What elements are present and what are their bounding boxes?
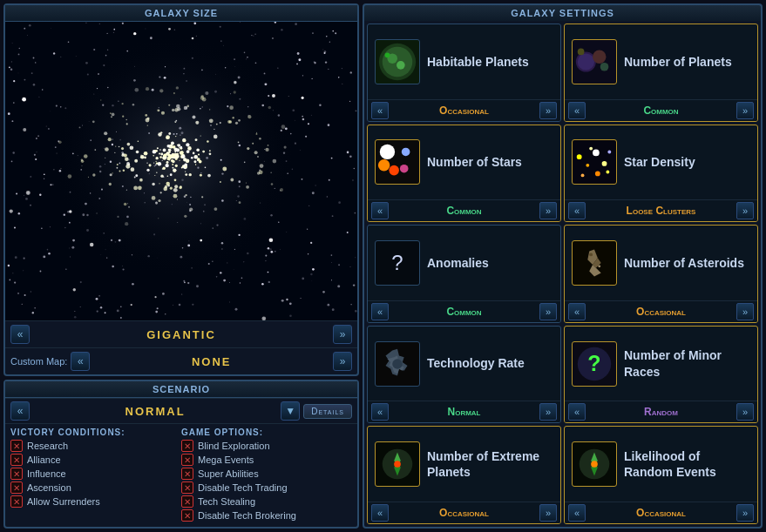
victory-alliance-label: Alliance xyxy=(27,455,61,465)
victory-alliance-checkbox[interactable]: ✕ xyxy=(10,454,23,466)
svg-point-6 xyxy=(578,53,594,70)
card-prev-number-of-stars[interactable]: « xyxy=(371,202,389,219)
card-next-anomalies[interactable]: » xyxy=(539,303,557,320)
custom-map-next[interactable]: » xyxy=(333,352,352,371)
game-blind-exploration-checkbox[interactable]: ✕ xyxy=(181,440,193,452)
card-prev-number-of-extreme-planets[interactable]: « xyxy=(371,504,389,522)
card-next-habitable-planets[interactable]: » xyxy=(539,102,557,119)
victory-influence: ✕ Influence xyxy=(10,468,181,480)
card-prev-likelihood-of-random-events[interactable]: « xyxy=(568,504,586,522)
setting-card-number-of-extreme-planets: Number of Extreme Planets « Occasional » xyxy=(367,426,561,524)
card-controls-likelihood-of-random-events: « Occasional » xyxy=(565,502,757,523)
svg-point-20 xyxy=(581,174,585,178)
card-icon-technology-rate xyxy=(375,341,420,387)
galaxy-size-panel: Galaxy Size « Gigantic » Custom Map: « N… xyxy=(3,3,359,376)
scenario-prev[interactable]: « xyxy=(10,401,30,421)
card-next-number-of-planets[interactable]: » xyxy=(736,102,754,119)
game-mega-events: ✕ Mega Events xyxy=(181,454,352,466)
card-controls-number-of-planets: « Common » xyxy=(565,99,757,121)
card-label-likelihood-of-random-events: Likelihood of Random Events xyxy=(624,448,750,480)
custom-map-label: Custom Map: xyxy=(10,356,67,367)
game-super-abilities-label: Super Abilities xyxy=(198,468,259,479)
card-label-number-of-asteroids: Number of Asteroids xyxy=(624,255,744,271)
card-next-number-of-asteroids[interactable]: » xyxy=(736,303,754,320)
card-controls-technology-rate: « Normal » xyxy=(368,401,560,422)
galaxy-size-next[interactable]: » xyxy=(333,325,352,344)
custom-map-prev[interactable]: « xyxy=(71,352,90,371)
card-prev-habitable-planets[interactable]: « xyxy=(371,102,389,119)
svg-text:?: ? xyxy=(587,350,600,374)
card-content-technology-rate: Technology Rate xyxy=(368,327,560,401)
card-prev-number-of-asteroids[interactable]: « xyxy=(568,303,586,320)
card-controls-number-of-minor-races: « Random » xyxy=(565,401,757,422)
game-tech-stealing: ✕ Tech Stealing xyxy=(181,495,352,508)
svg-point-7 xyxy=(593,50,606,63)
game-super-abilities: ✕ Super Abilities xyxy=(181,468,352,480)
scenario-details-button[interactable]: Details xyxy=(303,404,352,419)
card-controls-number-of-stars: « Common » xyxy=(368,199,560,221)
card-icon-number-of-minor-races: ? xyxy=(572,341,617,387)
scenario-title: Scenario xyxy=(5,381,357,398)
svg-point-4 xyxy=(385,52,390,57)
galaxy-size-controls: « Gigantic » xyxy=(5,320,357,347)
game-disable-tech-trading: ✕ Disable Tech Trading xyxy=(181,481,352,494)
victory-research-label: Research xyxy=(27,441,68,451)
setting-card-star-density: Star Density « Loose Clusters » xyxy=(564,125,758,223)
card-label-number-of-minor-races: Number of Minor Races xyxy=(624,347,750,379)
victory-conditions-title: Victory Conditions: xyxy=(10,428,181,437)
card-prev-anomalies[interactable]: « xyxy=(371,303,389,320)
game-mega-events-checkbox[interactable]: ✕ xyxy=(181,454,193,466)
svg-point-26 xyxy=(392,359,403,369)
card-label-star-density: Star Density xyxy=(624,154,695,170)
card-next-likelihood-of-random-events[interactable]: » xyxy=(736,504,754,522)
card-content-habitable-planets: Habitable Planets xyxy=(368,24,560,99)
card-value-number-of-stars: Common xyxy=(389,205,539,217)
victory-surrenders-checkbox[interactable]: ✕ xyxy=(10,495,23,508)
victory-influence-label: Influence xyxy=(27,468,66,479)
scenario-panel: Scenario « Normal ▼ Details Victory Cond… xyxy=(3,380,359,529)
card-prev-star-density[interactable]: « xyxy=(568,202,586,219)
card-next-number-of-minor-races[interactable]: » xyxy=(736,403,754,421)
card-next-number-of-stars[interactable]: » xyxy=(539,202,557,219)
card-value-habitable-planets: Occasional xyxy=(389,104,539,117)
game-tech-stealing-checkbox[interactable]: ✕ xyxy=(181,495,193,508)
svg-point-16 xyxy=(586,164,589,167)
svg-point-8 xyxy=(600,63,609,71)
card-prev-technology-rate[interactable]: « xyxy=(371,403,389,421)
game-disable-tech-trading-checkbox[interactable]: ✕ xyxy=(181,481,193,494)
card-prev-number-of-minor-races[interactable]: « xyxy=(568,403,586,421)
card-next-star-density[interactable]: » xyxy=(736,202,754,219)
game-disable-tech-brokering-checkbox[interactable]: ✕ xyxy=(181,509,193,522)
card-content-star-density: Star Density xyxy=(565,125,757,200)
card-value-number-of-extreme-planets: Occasional xyxy=(389,507,539,519)
svg-point-23 xyxy=(606,171,609,174)
card-next-number-of-extreme-planets[interactable]: » xyxy=(539,504,557,522)
scenario-dropdown[interactable]: ▼ xyxy=(281,401,300,421)
game-blind-exploration-label: Blind Exploration xyxy=(198,441,270,451)
svg-point-25 xyxy=(598,265,600,267)
card-next-technology-rate[interactable]: » xyxy=(539,403,557,421)
galaxy-size-value: Gigantic xyxy=(33,328,329,341)
galaxy-size-prev[interactable]: « xyxy=(10,325,30,344)
card-label-number-of-stars: Number of Stars xyxy=(427,154,522,170)
card-icon-number-of-stars xyxy=(375,139,420,185)
card-icon-likelihood-of-random-events xyxy=(572,441,617,487)
game-super-abilities-checkbox[interactable]: ✕ xyxy=(181,468,193,480)
svg-point-32 xyxy=(591,461,598,468)
card-value-number-of-planets: Common xyxy=(586,104,736,117)
victory-game-row: Victory Conditions: ✕ Research ✕ Allianc… xyxy=(5,423,357,527)
svg-point-15 xyxy=(577,155,582,160)
card-value-anomalies: Common xyxy=(389,306,539,318)
right-panel: Galaxy Settings Habitable Planets « Occa… xyxy=(363,3,763,529)
card-content-number-of-planets: Number of Planets xyxy=(565,24,757,99)
setting-card-technology-rate: Technology Rate « Normal » xyxy=(367,326,561,424)
custom-map-row: Custom Map: « None » xyxy=(5,347,357,374)
svg-point-19 xyxy=(607,151,611,154)
scenario-controls: « Normal ▼ Details xyxy=(5,398,357,423)
victory-influence-checkbox[interactable]: ✕ xyxy=(10,468,23,480)
card-prev-number-of-planets[interactable]: « xyxy=(568,102,586,119)
game-mega-events-label: Mega Events xyxy=(198,455,254,465)
galaxy-map xyxy=(5,22,357,320)
victory-ascension-checkbox[interactable]: ✕ xyxy=(10,481,23,494)
victory-research-checkbox[interactable]: ✕ xyxy=(10,440,23,452)
